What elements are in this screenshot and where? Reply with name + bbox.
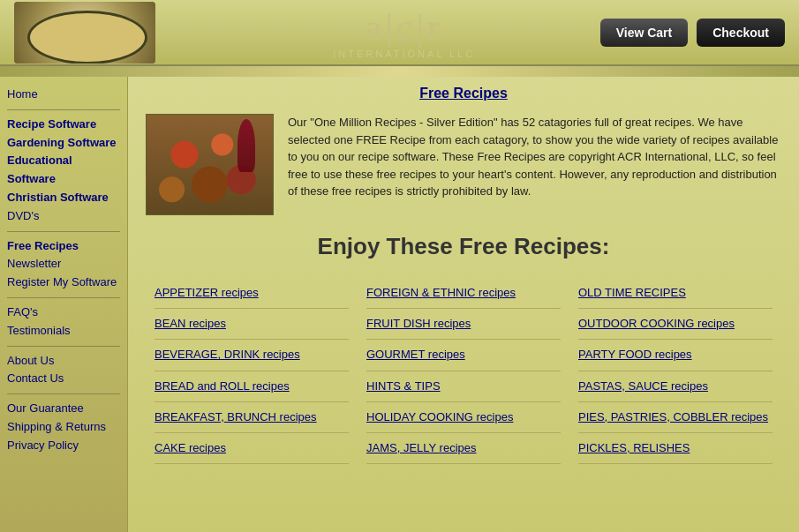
sidebar-item-dvds[interactable]: DVD's	[7, 207, 120, 226]
sidebar-info-section: FAQ's Testimonials	[7, 303, 120, 341]
recipe-link-jams[interactable]: JAMS, JELLY recipes	[366, 433, 561, 464]
header-buttons: View Cart Checkout	[600, 19, 785, 47]
recipe-link-fruit[interactable]: FRUIT DISH recipes	[366, 309, 561, 340]
sidebar-item-privacy[interactable]: Privacy Policy	[7, 437, 120, 455]
sidebar-divider-3	[7, 297, 120, 298]
main-content: Free Recipes Our "One Million Recipes - …	[128, 77, 799, 532]
acr-logo: a|c|r INTERNATIONAL LLC	[155, 6, 600, 59]
recipe-link-breakfast[interactable]: BREAKFAST, BRUNCH recipes	[155, 402, 349, 433]
sidebar-item-faqs[interactable]: FAQ's	[7, 303, 120, 322]
sidebar-item-about[interactable]: About Us	[7, 352, 120, 371]
recipe-link-gourmet[interactable]: GOURMET recipes	[366, 340, 561, 371]
recipe-link-pies[interactable]: PIES, PASTRIES, COBBLER recipes	[578, 402, 773, 433]
free-recipes-title: Free Recipes	[146, 86, 781, 101]
sidebar-home-section: Home	[7, 86, 120, 104]
sidebar-divider-1	[7, 109, 120, 110]
sidebar-divider-2	[7, 231, 120, 232]
sidebar-item-free-recipes[interactable]: Free Recipes	[7, 237, 120, 256]
sidebar-item-guarantee[interactable]: Our Guarantee	[7, 400, 120, 418]
recipe-link-appetizer[interactable]: APPETIZER recipes	[155, 278, 349, 309]
sidebar-item-educational-software[interactable]: Educational Software	[7, 152, 120, 189]
sidebar-item-contact[interactable]: Contact Us	[7, 370, 120, 388]
recipe-link-beverage[interactable]: BEVERAGE, DRINK recipes	[155, 340, 349, 371]
recipe-link-bean[interactable]: BEAN recipes	[155, 309, 349, 340]
header: a|c|r INTERNATIONAL LLC View Cart Checko…	[0, 0, 799, 66]
sidebar-item-gardening-software[interactable]: Gardening Software	[7, 134, 120, 153]
recipe-link-bread[interactable]: BREAD and ROLL recipes	[155, 371, 349, 402]
recipe-link-party[interactable]: PARTY FOOD recipes	[578, 340, 773, 371]
recipe-link-hints[interactable]: HINTS & TIPS	[366, 371, 561, 402]
recipe-link-holiday[interactable]: HOLIDAY COOKING recipes	[366, 402, 561, 433]
header-food-image	[14, 2, 155, 64]
logo-subtitle: INTERNATIONAL LLC	[208, 49, 600, 59]
main-layout: Home Recipe Software Gardening Software …	[0, 77, 799, 532]
sidebar-about-section: About Us Contact Us	[7, 352, 120, 389]
logo-text: a|c|r	[208, 6, 600, 49]
intro-section: Our "One Million Recipes - Silver Editio…	[146, 114, 781, 215]
recipes-grid: APPETIZER recipes BEAN recipes BEVERAGE,…	[146, 278, 781, 464]
sidebar-item-newsletter[interactable]: Newsletter	[7, 255, 120, 273]
sidebar-free-section: Free Recipes Newsletter Register My Soft…	[7, 237, 120, 292]
food-thumbnail	[146, 114, 274, 215]
intro-text: Our "One Million Recipes - Silver Editio…	[288, 114, 781, 215]
sidebar-divider-5	[7, 393, 120, 394]
gradient-bar	[0, 66, 799, 77]
sidebar-divider-4	[7, 346, 120, 347]
checkout-button[interactable]: Checkout	[697, 19, 785, 47]
recipe-col-2: FOREIGN & ETHNIC recipes FRUIT DISH reci…	[358, 278, 569, 464]
sidebar-item-shipping[interactable]: Shipping & Returns	[7, 418, 120, 437]
recipe-link-pastas[interactable]: PASTAS, SAUCE recipes	[578, 371, 773, 402]
recipe-link-cake[interactable]: CAKE recipes	[155, 433, 349, 464]
recipe-link-outdoor[interactable]: OUTDOOR COOKING recipes	[578, 309, 773, 340]
sidebar-item-home[interactable]: Home	[7, 86, 120, 104]
recipe-col-3: OLD TIME RECIPES OUTDOOR COOKING recipes…	[569, 278, 781, 464]
sidebar-item-testimonials[interactable]: Testimonials	[7, 322, 120, 341]
recipe-link-pickles[interactable]: PICKLES, RELISHES	[578, 433, 773, 464]
sidebar-item-recipe-software[interactable]: Recipe Software	[7, 116, 120, 134]
sidebar: Home Recipe Software Gardening Software …	[0, 77, 128, 532]
sidebar-legal-section: Our Guarantee Shipping & Returns Privacy…	[7, 400, 120, 454]
recipe-col-1: APPETIZER recipes BEAN recipes BEVERAGE,…	[146, 278, 358, 464]
sidebar-software-section: Recipe Software Gardening Software Educa…	[7, 116, 120, 226]
view-cart-button[interactable]: View Cart	[600, 19, 689, 47]
recipe-link-oldtime[interactable]: OLD TIME RECIPES	[578, 278, 773, 309]
sidebar-item-register[interactable]: Register My Software	[7, 273, 120, 292]
recipe-link-foreign[interactable]: FOREIGN & ETHNIC recipes	[366, 278, 561, 309]
sidebar-item-christian-software[interactable]: Christian Software	[7, 189, 120, 207]
enjoy-title: Enjoy These Free Recipes:	[146, 233, 781, 260]
